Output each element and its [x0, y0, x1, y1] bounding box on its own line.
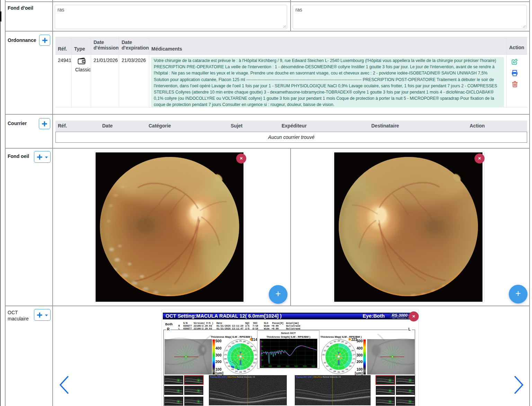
svg-text:Axial[mm]: Axial[mm] — [286, 322, 299, 325]
svg-text:4000: 4000 — [294, 365, 298, 367]
svg-text:400: 400 — [215, 346, 222, 350]
svg-text:Focus[D]: Focus[D] — [272, 322, 284, 325]
svg-text:Tracing HD ( 1/10 ) Ultra Fine: Tracing HD ( 1/10 ) Ultra Fine Retinal I… — [210, 376, 255, 378]
svg-text:297: 297 — [247, 343, 250, 344]
svg-text:258: 258 — [224, 358, 227, 360]
svg-text:SSI: SSI — [253, 322, 257, 325]
svg-text:Date: Date — [216, 322, 222, 325]
svg-text:8/10: 8/10 — [252, 327, 258, 330]
svg-text:240: 240 — [228, 365, 231, 367]
svg-text:292: 292 — [337, 371, 340, 373]
svg-text:Thickness Map( ILM - RPE/BM ): Thickness Map( ILM - RPE/BM ) — [211, 335, 252, 338]
svg-text:277: 277 — [225, 350, 228, 352]
svg-text:296: 296 — [239, 371, 242, 373]
svg-text:279: 279 — [224, 354, 227, 356]
svg-text:274: 274 — [228, 346, 231, 347]
svg-text:294: 294 — [337, 340, 340, 342]
svg-text:1000: 1000 — [268, 365, 272, 367]
svg-text:282: 282 — [342, 371, 344, 372]
svg-text:+0.00: +0.00 — [272, 327, 278, 330]
svg-text:6000: 6000 — [312, 365, 316, 367]
svg-text:248: 248 — [345, 369, 348, 370]
svg-text:S/N: S/N — [183, 322, 187, 325]
svg-text:309: 309 — [253, 350, 256, 352]
svg-text:313: 313 — [323, 350, 326, 352]
svg-text:2000: 2000 — [277, 365, 281, 367]
svg-text:L: L — [408, 327, 411, 331]
svg-text:200: 200 — [356, 360, 363, 364]
svg-text:306: 306 — [326, 365, 329, 367]
svg-text:SLO: SLO — [264, 322, 268, 325]
svg-text:2/5: 2/5 — [245, 327, 249, 330]
svg-text:R: R — [167, 327, 170, 331]
svg-text:Wide: Wide — [264, 327, 269, 330]
svg-text:316: 316 — [253, 362, 256, 364]
svg-text:Version( F/S ): Version( F/S ) — [194, 322, 213, 325]
svg-text:5000: 5000 — [303, 365, 307, 367]
svg-text:264: 264 — [351, 350, 354, 352]
svg-text:304: 304 — [250, 346, 253, 347]
svg-text:300: 300 — [356, 353, 363, 357]
svg-text:Select OCT: Select OCT — [281, 332, 296, 335]
svg-text:22100/2.20.03: 22100/2.20.03 — [194, 327, 212, 330]
svg-text:353: 353 — [322, 354, 325, 356]
svg-text:300: 300 — [243, 371, 246, 372]
svg-text:277: 277 — [353, 354, 355, 356]
svg-text:500: 500 — [356, 339, 363, 343]
svg-text:243: 243 — [231, 369, 234, 370]
svg-text:214: 214 — [251, 338, 257, 342]
svg-text:Thickness Graph( ILM - RPE/BM: Thickness Graph( ILM - RPE/BM ) — [266, 335, 310, 338]
svg-text:Tracing HD ( 1/10 ) Ultra Fine: Tracing HD ( 1/10 ) Ultra Fine Retinal I… — [296, 376, 341, 378]
svg-text:Eye:Both: Eye:Both — [363, 313, 385, 319]
svg-text:292: 292 — [341, 341, 344, 343]
svg-text:280: 280 — [236, 341, 238, 343]
svg-text:307: 307 — [330, 343, 332, 344]
svg-text:200: 200 — [215, 360, 222, 364]
svg-text:311: 311 — [251, 365, 254, 367]
svg-text:318: 318 — [255, 358, 257, 360]
svg-text:650877: 650877 — [183, 327, 192, 330]
svg-text:Both: Both — [165, 322, 173, 326]
svg-text:304: 304 — [326, 346, 329, 347]
svg-text:283: 283 — [329, 369, 332, 370]
svg-text:287: 287 — [345, 343, 348, 344]
svg-text:343: 343 — [235, 371, 238, 372]
svg-text:297: 297 — [334, 341, 336, 343]
svg-text:297: 297 — [348, 346, 351, 347]
svg-text:279: 279 — [232, 343, 234, 344]
svg-text:[um]: [um] — [355, 371, 363, 375]
svg-text:300: 300 — [215, 353, 222, 357]
svg-text:500: 500 — [215, 339, 222, 343]
svg-text:OCT Setting:MACULA RADIAL 12(: OCT Setting:MACULA RADIAL 12( 6.0mm[1024… — [166, 313, 282, 319]
svg-text:271: 271 — [353, 358, 355, 360]
svg-text:261: 261 — [351, 362, 354, 364]
svg-text:L: L — [178, 327, 180, 330]
svg-text:298: 298 — [333, 371, 336, 372]
svg-text:285: 285 — [243, 341, 246, 343]
svg-text:400: 400 — [356, 346, 363, 350]
svg-text:01/21/2026 13:11:47: 01/21/2026 13:11:47 — [216, 327, 243, 330]
svg-text:281: 281 — [239, 340, 242, 342]
svg-text:265: 265 — [349, 365, 352, 367]
svg-text:308: 308 — [247, 369, 250, 370]
svg-text:300: 300 — [323, 362, 326, 364]
svg-text:Gullstrand: Gullstrand — [286, 327, 300, 330]
svg-text:256: 256 — [225, 362, 228, 364]
svg-text:[um]: [um] — [215, 371, 223, 375]
svg-text:3000: 3000 — [286, 365, 290, 367]
svg-text:SQI: SQI — [245, 322, 249, 325]
svg-text:312: 312 — [255, 354, 257, 356]
